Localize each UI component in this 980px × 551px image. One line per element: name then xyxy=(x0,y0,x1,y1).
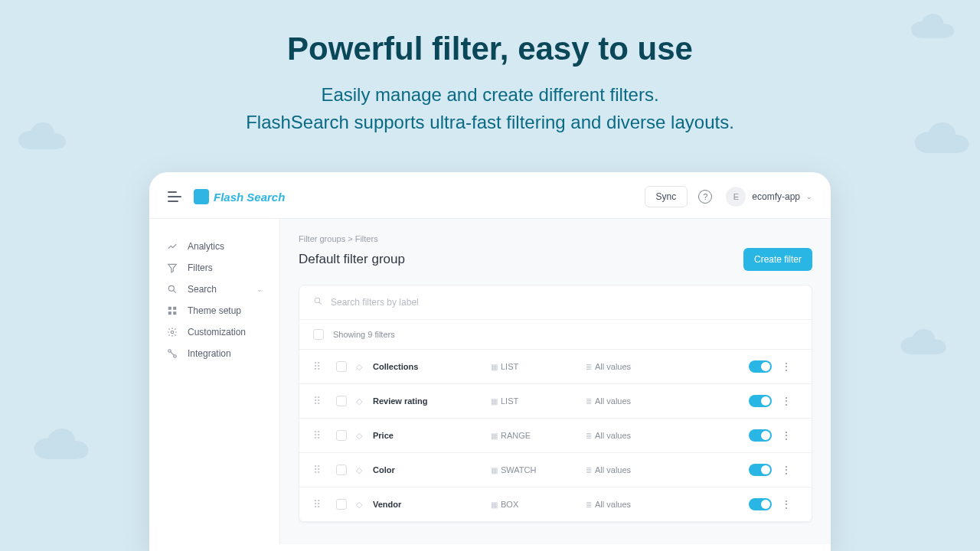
sidebar-item-label: Integration xyxy=(188,348,231,359)
sync-button[interactable]: Sync xyxy=(645,186,688,207)
sidebar-item-theme-setup[interactable]: Theme setup xyxy=(160,300,269,321)
filter-values: ≣All values xyxy=(586,431,723,440)
customization-icon xyxy=(166,327,178,337)
filter-icon xyxy=(166,262,178,273)
drag-handle-icon[interactable]: ⠿ xyxy=(313,430,333,441)
help-icon[interactable]: ? xyxy=(698,190,712,204)
search-input[interactable] xyxy=(331,297,798,308)
row-menu-icon[interactable]: ⋮ xyxy=(781,395,792,407)
row-menu-icon[interactable]: ⋮ xyxy=(781,429,792,442)
theme-icon xyxy=(166,305,178,316)
tag-icon: ◇ xyxy=(356,465,370,475)
cloud-icon xyxy=(897,329,949,360)
enable-toggle[interactable] xyxy=(749,429,772,442)
tag-icon: ◇ xyxy=(356,500,370,510)
tag-icon: ◇ xyxy=(356,396,370,406)
row-menu-icon[interactable]: ⋮ xyxy=(781,464,792,476)
user-menu[interactable]: E ecomfy-app ⌄ xyxy=(726,187,812,207)
sidebar-item-customization[interactable]: Customization xyxy=(160,321,269,343)
sidebar-item-search[interactable]: Search ⌄ xyxy=(160,279,269,300)
svg-line-2 xyxy=(173,290,175,292)
svg-rect-6 xyxy=(173,311,176,315)
row-menu-icon[interactable]: ⋮ xyxy=(781,360,792,373)
cloud-icon xyxy=(15,122,69,155)
row-checkbox[interactable] xyxy=(336,430,347,441)
row-checkbox[interactable] xyxy=(336,465,347,475)
filter-row: ⠿◇Price▦RANGE≣All values⋮ xyxy=(299,419,812,453)
hero-title: Powerful filter, easy to use xyxy=(0,31,980,67)
sidebar-item-label: Theme setup xyxy=(188,305,241,316)
type-icon: ▦ xyxy=(491,500,498,509)
tag-icon: ◇ xyxy=(356,431,370,441)
svg-point-1 xyxy=(168,285,174,291)
filter-row: ⠿◇Review rating▦LIST≣All values⋮ xyxy=(299,384,812,419)
filter-name: Review rating xyxy=(373,396,488,406)
enable-toggle[interactable] xyxy=(749,395,772,407)
filter-values: ≣All values xyxy=(586,465,723,474)
svg-line-10 xyxy=(171,352,175,356)
filter-row: ⠿◇Color▦SWATCH≣All values⋮ xyxy=(299,453,812,487)
drag-handle-icon[interactable]: ⠿ xyxy=(313,499,333,510)
values-icon: ≣ xyxy=(586,432,592,440)
drag-handle-icon[interactable]: ⠿ xyxy=(313,396,333,406)
logo[interactable]: Flash Search xyxy=(194,189,285,204)
tag-icon: ◇ xyxy=(356,362,370,372)
count-text: Showing 9 filters xyxy=(333,330,395,339)
count-row: Showing 9 filters xyxy=(299,320,812,350)
cloud-icon xyxy=(911,122,972,159)
filter-values: ≣All values xyxy=(586,500,723,509)
type-icon: ▦ xyxy=(491,466,498,474)
type-icon: ▦ xyxy=(491,363,498,371)
sidebar-item-label: Filters xyxy=(188,262,213,273)
menu-icon[interactable] xyxy=(168,191,181,202)
filter-row: ⠿◇Collections▦LIST≣All values⋮ xyxy=(299,350,812,384)
page-title: Default filter group xyxy=(299,252,405,267)
hero-sub-line2: FlashSearch supports ultra-fast filterin… xyxy=(246,112,734,132)
integration-icon xyxy=(166,348,178,359)
main-content: Filter groups > Filters Default filter g… xyxy=(279,219,831,544)
search-icon xyxy=(166,284,178,295)
breadcrumb: Filter groups > Filters xyxy=(299,234,812,243)
filter-row: ⠿◇Vendor▦BOX≣All values⋮ xyxy=(299,487,812,522)
avatar: E xyxy=(726,187,746,207)
analytics-icon xyxy=(166,241,178,252)
filters-panel: Showing 9 filters ⠿◇Collections▦LIST≣All… xyxy=(299,285,812,523)
filter-type: ▦SWATCH xyxy=(491,465,583,474)
enable-toggle[interactable] xyxy=(749,464,772,476)
filter-type: ▦LIST xyxy=(491,396,583,406)
hero-sub-line1: Easily manage and create different filte… xyxy=(321,84,658,105)
filter-name: Collections xyxy=(373,362,488,371)
topbar: Flash Search Sync ? E ecomfy-app ⌄ xyxy=(149,186,831,219)
filter-type: ▦LIST xyxy=(491,362,583,371)
enable-toggle[interactable] xyxy=(749,360,772,373)
row-checkbox[interactable] xyxy=(336,361,347,372)
sidebar-item-label: Analytics xyxy=(188,241,224,252)
type-icon: ▦ xyxy=(491,432,498,440)
values-icon: ≣ xyxy=(586,397,592,406)
values-icon: ≣ xyxy=(586,363,592,371)
drag-handle-icon[interactable]: ⠿ xyxy=(313,465,333,475)
row-checkbox[interactable] xyxy=(336,396,347,406)
row-menu-icon[interactable]: ⋮ xyxy=(781,498,792,510)
sidebar-item-label: Customization xyxy=(188,327,246,337)
svg-rect-5 xyxy=(168,311,172,315)
breadcrumb-current: Filters xyxy=(355,234,378,243)
breadcrumb-parent[interactable]: Filter groups xyxy=(299,234,345,243)
logo-text: Flash Search xyxy=(214,191,285,204)
sidebar-item-filters[interactable]: Filters xyxy=(160,257,269,279)
svg-line-12 xyxy=(319,302,322,305)
search-icon xyxy=(313,296,323,308)
sidebar-item-integration[interactable]: Integration xyxy=(160,343,269,364)
sidebar-item-analytics[interactable]: Analytics xyxy=(160,236,269,257)
svg-point-7 xyxy=(171,331,174,334)
logo-mark-icon xyxy=(194,189,209,204)
svg-rect-4 xyxy=(173,307,176,310)
values-icon: ≣ xyxy=(586,466,592,474)
drag-handle-icon[interactable]: ⠿ xyxy=(313,361,333,372)
select-all-checkbox[interactable] xyxy=(313,329,324,340)
enable-toggle[interactable] xyxy=(749,498,772,510)
svg-rect-3 xyxy=(168,307,172,310)
breadcrumb-sep: > xyxy=(348,234,352,243)
create-filter-button[interactable]: Create filter xyxy=(743,248,812,271)
row-checkbox[interactable] xyxy=(336,499,347,510)
